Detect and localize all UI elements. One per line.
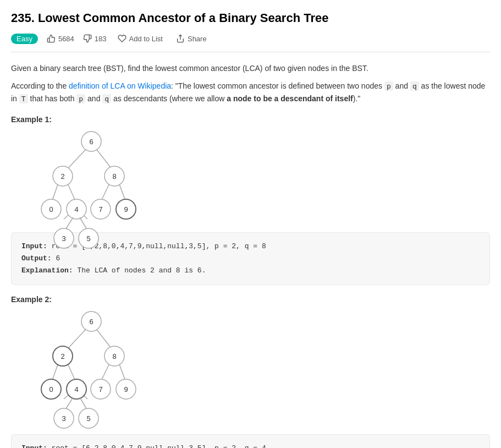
thumbs-up-icon bbox=[47, 34, 56, 43]
meta-row: Easy 5684 183 Add to List Share bbox=[11, 33, 490, 52]
svg-text:4: 4 bbox=[74, 205, 78, 214]
input-label-2: Input: bbox=[21, 444, 47, 448]
example2-label: Example 2: bbox=[11, 295, 490, 304]
upvotes: 5684 bbox=[47, 34, 74, 43]
share-icon bbox=[176, 34, 185, 43]
svg-text:2: 2 bbox=[60, 352, 64, 360]
tree1-svg: 6 2 8 0 4 7 9 3 5 bbox=[27, 129, 148, 223]
downvotes: 183 bbox=[83, 34, 107, 43]
svg-text:4: 4 bbox=[74, 385, 78, 394]
svg-text:9: 9 bbox=[124, 385, 128, 394]
share-button[interactable]: Share bbox=[174, 33, 209, 44]
desc2-prefix: According to the bbox=[11, 81, 69, 90]
desc2-rest: that has both bbox=[28, 94, 77, 103]
lca-wikipedia-link[interactable]: definition of LCA on Wikipedia bbox=[69, 81, 171, 90]
p-inline: p bbox=[76, 94, 85, 103]
output-label-1: Output: bbox=[21, 254, 52, 263]
add-to-list-button[interactable]: Add to List bbox=[115, 33, 165, 44]
thumbs-down-icon bbox=[83, 34, 92, 43]
output-val-1: 6 bbox=[52, 254, 60, 263]
difficulty-badge: Easy bbox=[11, 34, 38, 44]
svg-text:0: 0 bbox=[49, 205, 53, 214]
tree1-container: 6 2 8 0 4 7 9 3 5 bbox=[27, 129, 490, 225]
tree2-container: 6 2 8 0 4 7 9 3 5 bbox=[27, 309, 490, 427]
explanation-label-1: Explanation: bbox=[21, 266, 73, 275]
description-2: According to the definition of LCA on Wi… bbox=[11, 80, 490, 105]
svg-text:6: 6 bbox=[89, 318, 93, 326]
input-val-2: root = [6,2,8,0,4,7,9,null,null,3,5], p … bbox=[47, 444, 266, 448]
bold-phrase: a node to be a descendant of itself bbox=[227, 94, 353, 103]
desc2-and: and bbox=[393, 81, 410, 90]
svg-text:0: 0 bbox=[49, 385, 53, 394]
example2-code-block: Input: root = [6,2,8,0,4,7,9,null,null,3… bbox=[11, 434, 490, 448]
svg-text:5: 5 bbox=[86, 414, 90, 423]
tree2-svg: 6 2 8 0 4 7 9 3 5 bbox=[27, 309, 148, 425]
example1-label: Example 1: bbox=[11, 115, 490, 124]
input-label-1: Input: bbox=[21, 242, 47, 250]
q-code: q bbox=[410, 81, 419, 91]
svg-text:3: 3 bbox=[62, 414, 65, 423]
svg-text:3: 3 bbox=[62, 234, 65, 243]
svg-text:6: 6 bbox=[89, 138, 93, 146]
desc2-mid: : "The lowest common ancestor is defined… bbox=[171, 81, 384, 90]
svg-text:5: 5 bbox=[86, 234, 90, 243]
q-inline: q bbox=[102, 94, 111, 103]
desc2-and2: and bbox=[85, 94, 102, 103]
svg-text:8: 8 bbox=[112, 352, 116, 360]
svg-text:9: 9 bbox=[124, 205, 128, 214]
heart-icon bbox=[118, 34, 126, 43]
explanation-val-1: The LCA of nodes 2 and 8 is 6. bbox=[73, 266, 206, 275]
description-1: Given a binary search tree (BST), find t… bbox=[11, 62, 490, 74]
page-title: 235. Lowest Common Ancestor of a Binary … bbox=[11, 11, 490, 25]
svg-text:7: 7 bbox=[98, 205, 102, 214]
t-code: T bbox=[19, 94, 28, 103]
desc2-as-desc: as descendants (where we allow bbox=[111, 94, 227, 103]
svg-text:8: 8 bbox=[112, 172, 116, 181]
p-code: p bbox=[384, 81, 393, 91]
svg-text:2: 2 bbox=[60, 172, 64, 181]
desc2-end: )." bbox=[353, 94, 361, 103]
svg-text:7: 7 bbox=[98, 385, 102, 394]
